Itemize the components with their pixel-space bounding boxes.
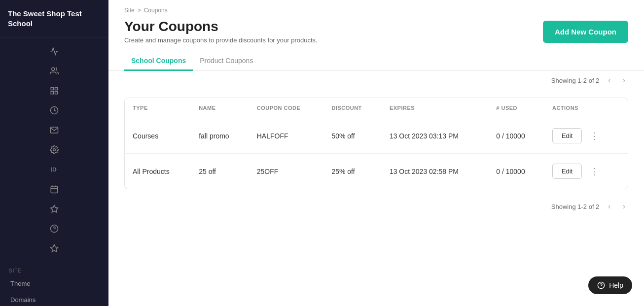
tab-school-coupons[interactable]: School Coupons	[124, 52, 193, 71]
breadcrumb-site[interactable]: Site	[124, 7, 135, 14]
dashboard-icon[interactable]	[44, 82, 64, 100]
analytics-icon[interactable]	[44, 42, 64, 60]
sidebar-item-domains[interactable]: Domains	[0, 292, 108, 306]
row2-actions: Edit ⋮	[544, 154, 628, 189]
pagination-showing-bottom: Showing 1-2 of 2	[551, 203, 600, 210]
mail-icon[interactable]	[44, 121, 64, 139]
col-actions: ACTIONS	[544, 98, 628, 118]
row2-type: All Products	[125, 154, 191, 189]
add-new-coupon-button[interactable]: Add New Coupon	[543, 21, 628, 43]
svg-rect-9	[51, 186, 58, 193]
site-section-label: SITE	[0, 262, 108, 275]
pagination-showing-top: Showing 1-2 of 2	[551, 77, 600, 84]
integrations-icon[interactable]	[44, 200, 64, 218]
breadcrumb-current: Coupons	[144, 7, 168, 14]
breadcrumb: Site > Coupons	[108, 0, 644, 14]
svg-rect-3	[55, 92, 58, 94]
sidebar-item-theme-label: Theme	[10, 280, 30, 287]
badge-icon[interactable]	[44, 239, 64, 257]
svg-rect-2	[55, 87, 58, 90]
next-page-button-bottom[interactable]: ›	[620, 201, 628, 212]
row1-name: fall promo	[191, 118, 249, 154]
row2-actions-cell: Edit ⋮	[552, 164, 620, 179]
row2-expires: 13 Oct 2023 02:58 PM	[382, 154, 488, 189]
svg-rect-4	[51, 92, 53, 94]
page-subtitle: Create and manage coupons to provide dis…	[124, 36, 318, 44]
page-header: Your Coupons Create and manage coupons t…	[108, 14, 644, 52]
svg-point-0	[52, 68, 55, 70]
help-icon	[597, 281, 605, 289]
settings-icon[interactable]	[44, 141, 64, 159]
row1-more-button[interactable]: ⋮	[586, 129, 603, 143]
tab-product-coupons[interactable]: Product Coupons	[193, 52, 260, 71]
icon-rail	[0, 37, 108, 262]
breadcrumb-separator: >	[138, 7, 141, 14]
col-type: TYPE	[125, 98, 191, 118]
row1-coupon-code: HALFOFF	[249, 118, 324, 154]
col-coupon-code: COUPON CODE	[249, 98, 324, 118]
row1-type: Courses	[125, 118, 191, 154]
sidebar-item-theme[interactable]: Theme	[0, 275, 108, 292]
col-discount: DISCOUNT	[323, 98, 382, 118]
library-icon[interactable]	[44, 161, 64, 178]
col-used: # USED	[488, 98, 544, 118]
page-title-block: Your Coupons Create and manage coupons t…	[124, 19, 318, 44]
next-page-button-top[interactable]: ›	[620, 75, 628, 86]
coupons-table-container: TYPE NAME COUPON CODE DISCOUNT EXPIRES #…	[124, 98, 628, 189]
main-content: Site > Coupons Your Coupons Create and m…	[108, 0, 644, 306]
revenue-icon[interactable]	[44, 102, 64, 119]
col-expires: EXPIRES	[382, 98, 488, 118]
row1-expires: 13 Oct 2023 03:13 PM	[382, 118, 488, 154]
calendar-icon[interactable]	[44, 180, 64, 198]
row2-coupon-code: 25OFF	[249, 154, 324, 189]
row1-used: 0 / 10000	[488, 118, 544, 154]
table-row: All Products 25 off 25OFF 25% off 13 Oct…	[125, 154, 628, 189]
svg-point-6	[53, 149, 56, 151]
table-row: Courses fall promo HALFOFF 50% off 13 Oc…	[125, 118, 628, 154]
sidebar: The Sweet Shop Test School	[0, 0, 108, 306]
help-circle-icon[interactable]	[44, 220, 64, 238]
help-button[interactable]: Help	[588, 276, 632, 294]
tabs: School Coupons Product Coupons	[108, 52, 644, 71]
coupons-table: TYPE NAME COUPON CODE DISCOUNT EXPIRES #…	[125, 98, 628, 189]
svg-rect-1	[51, 87, 53, 90]
sidebar-logo: The Sweet Shop Test School	[0, 0, 108, 37]
svg-marker-13	[51, 205, 58, 212]
row1-actions-cell: Edit ⋮	[552, 128, 620, 143]
row1-edit-button[interactable]: Edit	[552, 128, 582, 143]
row2-name: 25 off	[191, 154, 249, 189]
row2-more-button[interactable]: ⋮	[586, 164, 603, 179]
pagination-bottom: Showing 1-2 of 2 ‹ ›	[108, 197, 644, 220]
pagination-top: Showing 1-2 of 2 ‹ ›	[108, 71, 644, 90]
users-icon[interactable]	[44, 62, 64, 80]
sidebar-item-domains-label: Domains	[10, 296, 36, 304]
prev-page-button-top[interactable]: ‹	[605, 75, 613, 86]
row1-actions: Edit ⋮	[544, 118, 628, 154]
row2-discount: 25% off	[323, 154, 382, 189]
prev-page-button-bottom[interactable]: ‹	[605, 201, 613, 212]
help-label: Help	[609, 281, 623, 289]
row2-used: 0 / 10000	[488, 154, 544, 189]
page-title: Your Coupons	[124, 19, 318, 34]
table-header-row: TYPE NAME COUPON CODE DISCOUNT EXPIRES #…	[125, 98, 628, 118]
col-name: NAME	[191, 98, 249, 118]
row1-discount: 50% off	[323, 118, 382, 154]
row2-edit-button[interactable]: Edit	[552, 164, 582, 179]
